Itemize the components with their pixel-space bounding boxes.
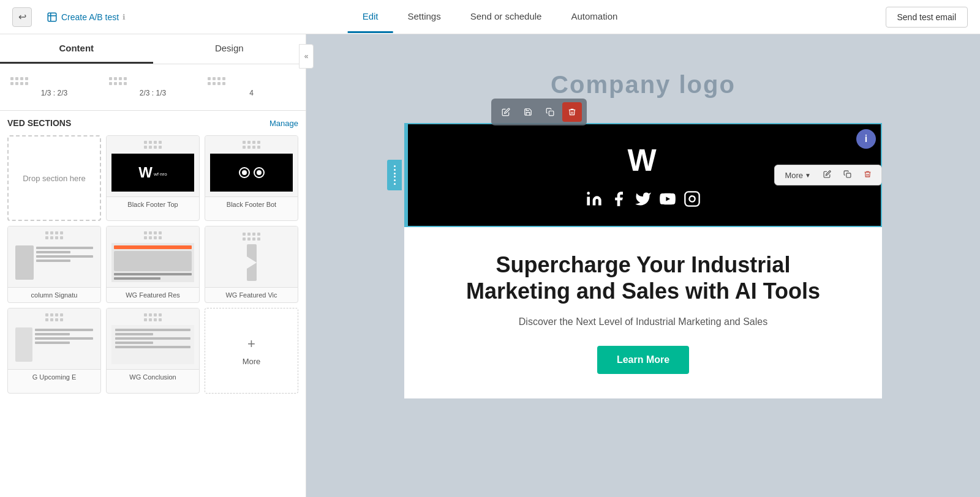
section-preview-wg-upcoming bbox=[8, 308, 100, 370]
row-copy-icon bbox=[843, 170, 851, 178]
svg-rect-2 bbox=[587, 197, 590, 206]
footer-w-logo: W bbox=[627, 143, 658, 178]
section-card-column-sig[interactable]: column Signatu bbox=[7, 226, 101, 303]
footer-w-logo: W bbox=[138, 164, 154, 181]
black-footer-section[interactable]: More ▼ bbox=[404, 123, 882, 227]
row-edit-button[interactable] bbox=[818, 168, 836, 182]
row-more-label: More bbox=[785, 171, 803, 180]
top-nav: ↩ Create A/B test ℹ Edit Settings Send o… bbox=[0, 0, 980, 34]
copy-icon bbox=[546, 108, 554, 116]
facebook-icon bbox=[610, 190, 627, 207]
section-preview-black-footer-bot bbox=[205, 136, 298, 197]
layout-options: 1/3 : 2/3 2/3 : 1/3 4 bbox=[0, 64, 306, 111]
section-preview-column-sig bbox=[8, 226, 100, 288]
drop-section-card[interactable]: Drop section here bbox=[7, 135, 101, 221]
section-card-wg-upcoming[interactable]: G Upcoming E bbox=[7, 308, 101, 394]
left-panel: « Content Design 1/3 : 2/3 2/3 : 1/3 bbox=[0, 34, 306, 497]
panel-tab-content[interactable]: Content bbox=[0, 34, 153, 64]
saved-sections-panel: VED SECTIONS Manage Drop section here bbox=[0, 111, 306, 497]
section-card-label-wg-conclusion: WG Conclusion bbox=[107, 370, 199, 384]
tab-settings[interactable]: Settings bbox=[393, 1, 456, 33]
section-card-label-black-footer-bot: Black Footer Bot bbox=[205, 197, 298, 212]
twitter-icon bbox=[635, 190, 652, 207]
company-logo-text: Company logo bbox=[417, 71, 870, 99]
instagram-icon bbox=[684, 190, 701, 207]
layout-dots-2 bbox=[109, 77, 197, 85]
toolbar-copy-button[interactable] bbox=[540, 102, 560, 122]
saved-sections-title: VED SECTIONS bbox=[7, 118, 71, 128]
row-toolbar: More ▼ bbox=[774, 165, 882, 185]
row-more-button[interactable]: More ▼ bbox=[780, 168, 816, 182]
section-card-more[interactable]: + More bbox=[205, 308, 298, 394]
sections-grid: Drop section here W wf·nro bbox=[7, 135, 298, 394]
email-preview: Company logo bbox=[404, 47, 882, 398]
svg-rect-1 bbox=[846, 173, 851, 177]
section-card-black-footer-bot[interactable]: Black Footer Bot bbox=[205, 135, 298, 221]
ab-test-label: Create A/B test bbox=[61, 12, 119, 22]
save-icon bbox=[524, 108, 532, 116]
tab-automation[interactable]: Automation bbox=[556, 1, 632, 33]
svg-point-3 bbox=[587, 192, 590, 195]
section-card-wg-featured-vic[interactable]: WG Featured Vic bbox=[205, 226, 298, 303]
manage-link[interactable]: Manage bbox=[270, 119, 298, 128]
trash-icon bbox=[568, 108, 576, 116]
layout-option-2[interactable]: 2/3 : 1/3 bbox=[105, 70, 201, 104]
content-title: Supercharge Your Industrial Marketing an… bbox=[441, 252, 845, 304]
tab-edit[interactable]: Edit bbox=[348, 1, 393, 33]
ab-test-link[interactable]: Create A/B test ℹ bbox=[47, 12, 126, 23]
footer-bot-preview bbox=[210, 154, 293, 192]
left-highlight-bar bbox=[405, 124, 408, 226]
section-preview-wg-featured-vic bbox=[205, 226, 298, 288]
section-preview-black-footer-top: W wf·nro bbox=[107, 136, 199, 197]
panel-tab-design[interactable]: Design bbox=[153, 34, 306, 64]
row-edit-icon bbox=[823, 170, 831, 178]
layout-dots bbox=[10, 77, 98, 85]
email-logo-section: Company logo bbox=[404, 47, 882, 123]
toolbar-save-button[interactable] bbox=[518, 102, 538, 122]
undo-button[interactable]: ↩ bbox=[12, 7, 32, 27]
layout-option-1[interactable]: 1/3 : 2/3 bbox=[6, 70, 102, 104]
section-card-label-col-sig: column Signatu bbox=[8, 288, 100, 302]
layout-option-3[interactable]: 4 bbox=[203, 70, 300, 104]
section-preview-wg-conclusion bbox=[107, 308, 199, 370]
section-card-label-wg-upcoming: G Upcoming E bbox=[8, 370, 100, 384]
section-card-label-black-footer-top: Black Footer Top bbox=[107, 197, 199, 212]
saved-sections-header: VED SECTIONS Manage bbox=[7, 118, 298, 128]
row-delete-button[interactable] bbox=[859, 168, 876, 182]
ab-test-icon bbox=[47, 12, 58, 23]
content-section: Supercharge Your Industrial Marketing an… bbox=[404, 227, 882, 398]
svg-rect-0 bbox=[549, 111, 554, 116]
toolbar-edit-button[interactable] bbox=[496, 102, 516, 122]
row-trash-icon bbox=[864, 170, 872, 178]
layout-opt-label-3: 4 bbox=[208, 89, 295, 97]
layout-dots-3 bbox=[208, 77, 295, 85]
collapse-panel-button[interactable]: « bbox=[299, 44, 306, 69]
svg-rect-5 bbox=[685, 192, 699, 206]
info-button[interactable]: i bbox=[856, 129, 876, 149]
youtube-icon bbox=[659, 190, 676, 207]
footer-top-preview: W wf·nro bbox=[111, 154, 194, 192]
section-card-wg-conclusion[interactable]: WG Conclusion bbox=[106, 308, 200, 394]
layout-opt-label-2: 2/3 : 1/3 bbox=[109, 89, 197, 97]
layout-opt-label-1: 1/3 : 2/3 bbox=[10, 89, 98, 97]
linkedin-icon bbox=[586, 190, 603, 207]
tab-send[interactable]: Send or schedule bbox=[456, 1, 557, 33]
section-card-black-footer-top[interactable]: W wf·nro Black Footer Top bbox=[106, 135, 200, 221]
section-preview-wg-featured-res bbox=[107, 226, 199, 288]
ab-test-info: ℹ bbox=[123, 13, 126, 21]
cta-button[interactable]: Learn More bbox=[597, 346, 689, 374]
chevron-down-icon: ▼ bbox=[805, 172, 811, 179]
info-icon: i bbox=[865, 133, 867, 144]
row-copy-button[interactable] bbox=[839, 168, 856, 182]
section-card-label-wg-featured-res: WG Featured Res bbox=[107, 288, 199, 302]
footer-social-icons bbox=[586, 190, 701, 207]
content-subtitle: Discover the Next Level of Industrial Ma… bbox=[441, 316, 845, 327]
drop-section-label: Drop section here bbox=[23, 174, 86, 183]
drag-handle[interactable] bbox=[387, 160, 402, 190]
toolbar-delete-button[interactable] bbox=[562, 102, 582, 122]
main-layout: « Content Design 1/3 : 2/3 2/3 : 1/3 bbox=[0, 34, 980, 497]
section-card-wg-featured-res[interactable]: WG Featured Res bbox=[106, 226, 200, 303]
section-card-label-wg-featured-vic: WG Featured Vic bbox=[205, 288, 298, 302]
panel-tabs: Content Design bbox=[0, 34, 306, 64]
send-test-button[interactable]: Send test email bbox=[886, 7, 968, 28]
